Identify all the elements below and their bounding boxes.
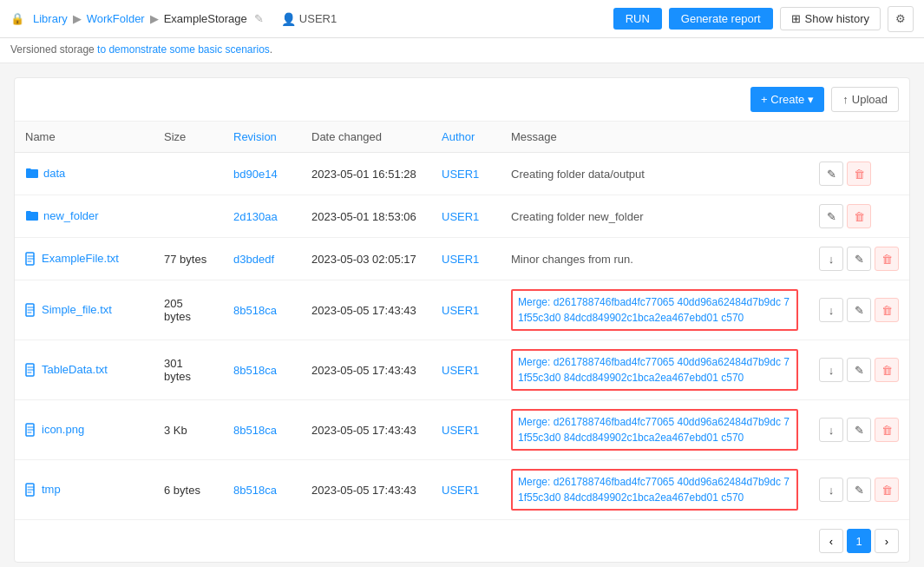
create-button[interactable]: + Create ▾ — [750, 87, 824, 112]
author-text[interactable]: USER1 — [442, 424, 479, 437]
pagination: ‹ 1 › — [15, 519, 909, 562]
edit-button[interactable]: ✎ — [819, 162, 843, 186]
message-highlighted: Merge: d261788746fbad4fc77065 40dd96a624… — [511, 349, 798, 391]
file-name[interactable]: tmp — [42, 483, 61, 496]
cell-name-6: tmp — [15, 460, 154, 520]
edit-icon: ✎ — [855, 304, 864, 317]
revision-text[interactable]: 8b518ca — [233, 484, 277, 497]
revision-text[interactable]: 8b518ca — [233, 364, 277, 377]
page-1-button[interactable]: 1 — [847, 529, 871, 553]
main-content: + Create ▾ ↑ Upload Name Size Revision D… — [14, 77, 910, 563]
delete-button[interactable]: 🗑 — [847, 162, 871, 186]
cell-author-0: USER1 — [431, 153, 501, 195]
delete-button[interactable]: 🗑 — [875, 478, 899, 502]
edit-button[interactable]: ✎ — [819, 204, 843, 228]
download-button[interactable]: ↓ — [819, 358, 843, 382]
cell-date-0: 2023-05-01 16:51:28 — [301, 153, 431, 195]
cell-message-4: Merge: d261788746fbad4fc77065 40dd96a624… — [501, 340, 809, 400]
cell-size-4: 301 bytes — [154, 340, 223, 400]
cell-actions-4: ↓✎🗑 — [809, 340, 909, 400]
user-badge: 👤 USER1 — [281, 12, 337, 26]
delete-icon: 🗑 — [881, 304, 893, 317]
file-name[interactable]: TableData.txt — [42, 363, 108, 376]
cell-name-5: icon.png — [15, 400, 154, 460]
revision-text[interactable]: 8b518ca — [233, 424, 277, 437]
file-name[interactable]: data — [43, 167, 65, 180]
file-name[interactable]: icon.png — [42, 423, 84, 436]
table-body: databd90e142023-05-01 16:51:28USER1Creat… — [15, 153, 909, 520]
delete-button[interactable]: 🗑 — [875, 247, 899, 271]
download-button[interactable]: ↓ — [819, 478, 843, 502]
delete-button[interactable]: 🗑 — [875, 418, 899, 442]
breadcrumb-workfolder[interactable]: WorkFolder — [87, 12, 145, 25]
download-icon: ↓ — [829, 364, 835, 377]
edit-button[interactable]: ✎ — [847, 418, 871, 442]
file-name[interactable]: ExampleFile.txt — [42, 252, 119, 265]
edit-button[interactable]: ✎ — [847, 358, 871, 382]
show-history-button[interactable]: ⊞ Show history — [780, 7, 881, 30]
show-history-label: Show history — [805, 12, 869, 25]
delete-button[interactable]: 🗑 — [875, 298, 899, 322]
action-buttons: ↓✎🗑 — [819, 478, 899, 502]
cell-size-1 — [154, 195, 223, 238]
breadcrumb-examplestorage[interactable]: ExampleStorage — [164, 12, 247, 25]
action-buttons: ↓✎🗑 — [819, 418, 899, 442]
delete-icon: 🗑 — [854, 210, 865, 223]
download-button[interactable]: ↓ — [819, 247, 843, 271]
cell-author-4: USER1 — [431, 340, 501, 400]
generate-report-button[interactable]: Generate report — [669, 8, 773, 30]
upload-label: Upload — [852, 93, 888, 106]
revision-text[interactable]: 8b518ca — [233, 304, 277, 317]
action-buttons: ↓✎🗑 — [819, 298, 899, 322]
cell-actions-0: ✎🗑 — [809, 153, 909, 195]
cell-size-5: 3 Kb — [154, 400, 223, 460]
author-text[interactable]: USER1 — [442, 484, 479, 497]
edit-icon: ✎ — [855, 253, 864, 266]
upload-button[interactable]: ↑ Upload — [831, 87, 899, 112]
message-text: Creating folder data/output — [511, 168, 645, 181]
message-text: Minor changes from run. — [511, 253, 633, 266]
edit-button[interactable]: ✎ — [847, 298, 871, 322]
author-text[interactable]: USER1 — [442, 304, 479, 317]
edit-icon: ✎ — [827, 210, 836, 223]
download-icon: ↓ — [829, 484, 835, 497]
cell-name-2: ExampleFile.txt — [15, 238, 154, 280]
upload-icon: ↑ — [842, 93, 849, 106]
col-header-actions — [809, 122, 909, 153]
cell-actions-3: ↓✎🗑 — [809, 280, 909, 340]
col-header-author: Author — [431, 122, 501, 153]
breadcrumb-sep-1: ▶ — [73, 12, 82, 25]
revision-text[interactable]: bd90e14 — [233, 168, 278, 181]
page-next-button[interactable]: › — [875, 529, 899, 553]
author-text[interactable]: USER1 — [442, 210, 479, 223]
message-text: Creating folder new_folder — [511, 210, 643, 223]
download-button[interactable]: ↓ — [819, 298, 843, 322]
edit-button[interactable]: ✎ — [847, 478, 871, 502]
revision-text[interactable]: d3bdedf — [233, 253, 274, 266]
revision-text[interactable]: 2d130aa — [233, 210, 278, 223]
page-prev-button[interactable]: ‹ — [819, 529, 843, 553]
download-icon: ↓ — [829, 424, 835, 437]
run-button[interactable]: RUN — [613, 8, 662, 30]
cell-size-3: 205 bytes — [154, 280, 223, 340]
cell-size-6: 6 bytes — [154, 460, 223, 520]
author-text[interactable]: USER1 — [442, 253, 479, 266]
delete-button[interactable]: 🗑 — [875, 358, 899, 382]
author-text[interactable]: USER1 — [442, 168, 479, 181]
username-label: USER1 — [299, 12, 337, 25]
file-icon — [25, 363, 42, 376]
file-name[interactable]: new_folder — [43, 209, 99, 222]
subtitle-link[interactable]: to demonstrate some basic scenarios — [97, 43, 270, 56]
edit-title-icon[interactable]: ✎ — [254, 12, 264, 25]
table-row: icon.png3 Kb8b518ca2023-05-05 17:43:43US… — [15, 400, 909, 460]
delete-button[interactable]: 🗑 — [847, 204, 871, 228]
cell-message-5: Merge: d261788746fbad4fc77065 40dd96a624… — [501, 400, 809, 460]
file-name[interactable]: Simple_file.txt — [42, 303, 112, 316]
download-button[interactable]: ↓ — [819, 418, 843, 442]
delete-icon: 🗑 — [881, 253, 893, 266]
edit-button[interactable]: ✎ — [847, 247, 871, 271]
author-text[interactable]: USER1 — [442, 364, 479, 377]
cell-revision-2: d3bdedf — [223, 238, 301, 280]
settings-button[interactable]: ⚙ — [888, 6, 914, 32]
breadcrumb-library[interactable]: Library — [33, 12, 68, 25]
